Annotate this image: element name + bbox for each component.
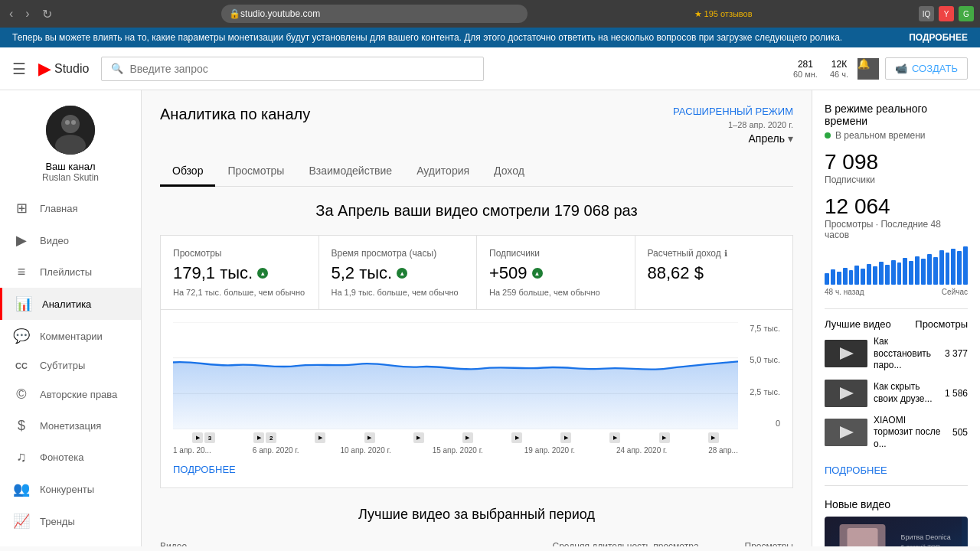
chart-more-link[interactable]: ПОДРОБНЕЕ <box>173 464 236 475</box>
svg-text:Бритва Deonica: Бритва Deonica <box>901 533 951 541</box>
back-button[interactable]: ‹ <box>6 4 16 24</box>
info-icon: ℹ <box>724 249 727 259</box>
search-bar[interactable]: 🔍 <box>101 57 484 81</box>
ext-icon-3[interactable]: G <box>959 6 974 21</box>
video-marker-play-1[interactable]: ▶ <box>192 432 203 443</box>
yt-logo[interactable]: ▶ Studio <box>38 59 89 79</box>
sidebar-item-settings[interactable]: ⚙ Настройки <box>0 537 141 546</box>
mini-bar-24 <box>963 246 968 285</box>
best-videos-panel-title: Лучшие видео Просмотры <box>825 318 968 330</box>
chart-48h-left: 48 ч. назад <box>825 288 864 296</box>
tab-audience[interactable]: Аудитория <box>404 157 482 187</box>
mini-bar-14 <box>903 258 907 285</box>
subtitles-icon: CC <box>12 361 31 370</box>
yt-logo-icon: ▶ <box>38 59 51 79</box>
mini-bar-3 <box>837 272 841 285</box>
date-selector: 1–28 апр. 2020 г. Апрель ▾ <box>728 120 793 145</box>
stats-cards: Просмотры 179,1 тыс. На 72,1 тыс. больше… <box>160 235 793 310</box>
tab-revenue-label: Доход <box>494 165 524 177</box>
stat-card-watchtime-value: 5,2 тыс. <box>332 263 465 283</box>
chevron-down-icon: ▾ <box>788 132 793 145</box>
sidebar-label-subtitles: Субтитры <box>40 360 85 371</box>
sidebar-item-subtitles[interactable]: CC Субтитры <box>0 352 141 379</box>
tab-overview[interactable]: Обзор <box>160 157 215 187</box>
panel-video-title-3: XIAOMI тормозит после о... <box>874 415 946 451</box>
notification-more[interactable]: ПОДРОБНЕЕ <box>909 32 968 43</box>
refresh-button[interactable]: ↻ <box>39 4 55 24</box>
date-selected: Апрель <box>749 132 786 145</box>
chart-x-label-1: 1 апр. 20... <box>173 446 211 455</box>
video-marker-play-8[interactable]: ▶ <box>560 432 571 443</box>
search-input[interactable] <box>129 63 474 75</box>
sidebar-item-videos[interactable]: ▶ Видео <box>0 224 141 256</box>
create-button[interactable]: 📹 СОЗДАТЬ <box>885 57 968 80</box>
video-marker-play-6[interactable]: ▶ <box>462 432 473 443</box>
lock-icon: 🔒 <box>229 8 240 19</box>
forward-button[interactable]: › <box>22 4 32 24</box>
video-marker-play-7[interactable]: ▶ <box>511 432 522 443</box>
video-marker-count-1[interactable]: 3 <box>204 432 215 443</box>
video-marker-count-2[interactable]: 2 <box>266 432 276 443</box>
extended-mode-link[interactable]: РАСШИРЕННЫЙ РЕЖИМ <box>673 106 793 117</box>
panel-video-views-3: 505 <box>952 427 968 438</box>
date-range: 1–28 апр. 2020 г. <box>728 120 793 129</box>
sidebar-item-comments[interactable]: 💬 Комментарии <box>0 320 141 352</box>
stat-card-watchtime: Время просмотра (часы) 5,2 тыс. На 1,9 т… <box>319 236 478 309</box>
mini-bar-15 <box>909 261 913 285</box>
star-rating-text: ★ 195 отзывов <box>694 9 753 18</box>
svg-point-3 <box>65 120 70 125</box>
sidebar-item-trends[interactable]: 📈 Тренды <box>0 505 141 537</box>
date-dropdown[interactable]: Апрель ▾ <box>749 132 794 145</box>
sidebar-item-competitors[interactable]: 👥 Конкуренты <box>0 473 141 505</box>
mini-bar-11 <box>885 265 890 285</box>
video-marker-play-5[interactable]: ▶ <box>413 432 424 443</box>
sidebar-item-playlists[interactable]: ≡ Плейлисты <box>0 256 141 288</box>
video-marker-play-10[interactable]: ▶ <box>659 432 670 443</box>
chart-wrapper: 7,5 тыс. 5,0 тыс. 2,5 тыс. 0 <box>173 322 780 429</box>
sidebar-label-home: Главная <box>40 203 77 214</box>
sidebar-item-home[interactable]: ⊞ Главная <box>0 192 141 224</box>
sidebar-label-comments: Комментарии <box>40 331 103 342</box>
tabs-bar: Обзор Просмотры Взаимодействие Аудитория… <box>160 157 793 187</box>
chart-inner: 7,5 тыс. 5,0 тыс. 2,5 тыс. 0 <box>173 322 780 455</box>
sidebar-label-trends: Тренды <box>40 516 75 527</box>
mini-bar-16 <box>915 256 920 285</box>
tab-revenue[interactable]: Доход <box>482 157 537 187</box>
stat-card-watchtime-label: Время просмотра (часы) <box>332 248 465 259</box>
video-marker-play-11[interactable]: ▶ <box>708 432 719 443</box>
video-marker-play-9[interactable]: ▶ <box>609 432 620 443</box>
svg-text:6 лезвий ТОП: 6 лезвий ТОП <box>901 543 940 546</box>
sidebar-item-library[interactable]: ♫ Фонотека <box>0 442 141 473</box>
sidebar-label-copyright: Авторские права <box>40 389 117 400</box>
url-bar[interactable]: 🔒 studio.youtube.com <box>221 5 528 23</box>
tab-engagement[interactable]: Взаимодействие <box>296 157 404 187</box>
mini-bar-2 <box>831 269 835 285</box>
sidebar-nav: ⊞ Главная ▶ Видео ≡ Плейлисты 📊 Аналитик… <box>0 192 141 546</box>
channel-name: Ваш канал <box>45 161 95 172</box>
comments-icon: 💬 <box>12 328 31 344</box>
avatar[interactable] <box>46 106 95 155</box>
stat-card-watchtime-sub: На 1,9 тыс. больше, чем обычно <box>332 288 465 297</box>
sidebar-item-copyright[interactable]: © Авторские права <box>0 379 141 410</box>
mini-bar-19 <box>933 257 938 285</box>
ext-icon-2[interactable]: Y <box>939 6 954 21</box>
chart-x-label-3: 10 апр. 2020 г. <box>340 446 390 455</box>
menu-icon[interactable]: ☰ <box>12 60 26 78</box>
video-marker-play-3[interactable]: ▶ <box>315 432 325 443</box>
tab-views[interactable]: Просмотры <box>215 157 296 187</box>
realtime-subs-value: 7 098 <box>825 150 968 174</box>
sidebar-item-monetization[interactable]: $ Монетизация <box>0 410 141 442</box>
browser-extensions: IQ Y G <box>919 6 974 21</box>
video-marker-play-2[interactable]: ▶ <box>253 432 264 443</box>
sidebar-item-analytics[interactable]: 📊 Аналитика <box>0 288 141 320</box>
video-marker-play-4[interactable]: ▶ <box>364 432 375 443</box>
channel-sub: Ruslan Skutin <box>42 172 99 183</box>
yt-logo-text: Studio <box>54 62 89 76</box>
realtime-title: В режиме реального времени <box>825 103 968 127</box>
ext-icon-1[interactable]: IQ <box>919 6 934 21</box>
mini-chart-labels: 48 ч. назад Сейчас <box>825 288 968 296</box>
avatar-image <box>46 106 95 155</box>
notifications-icon[interactable]: 🔔 <box>858 58 879 80</box>
panel-more-link[interactable]: ПОДРОБНЕЕ <box>825 465 887 476</box>
panel-video-thumb-3 <box>825 419 867 446</box>
